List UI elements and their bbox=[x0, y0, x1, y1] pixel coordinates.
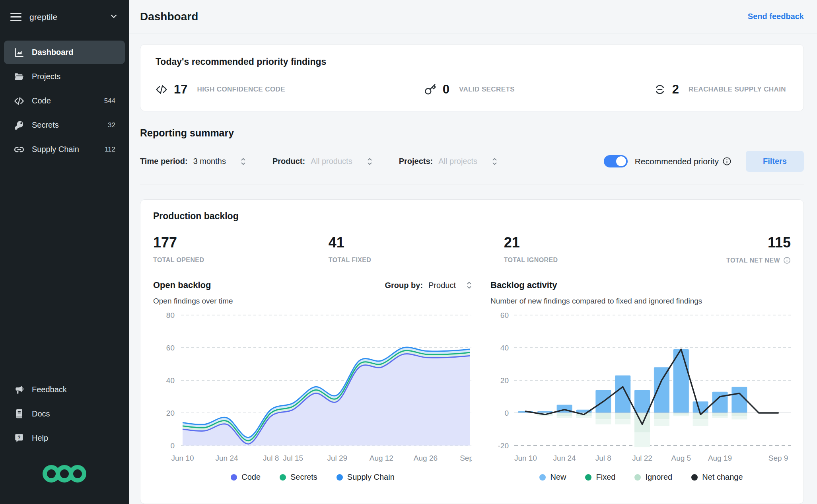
svg-text:Jul 22: Jul 22 bbox=[632, 454, 652, 462]
stat-label-text: TOTAL FIXED bbox=[329, 257, 372, 264]
stat-label: TOTAL FIXED bbox=[329, 257, 504, 264]
send-feedback-link[interactable]: Send feedback bbox=[748, 12, 804, 21]
svg-text:?: ? bbox=[18, 434, 20, 440]
stat-total-fixed: 41 TOTAL FIXED bbox=[329, 234, 504, 264]
toggle-label: Recommended priority bbox=[635, 157, 731, 166]
svg-text:Aug 5: Aug 5 bbox=[671, 454, 691, 462]
svg-text:0: 0 bbox=[170, 442, 175, 450]
stat-total-net-new: 115 TOTAL NET NEW bbox=[679, 234, 791, 264]
backlog-activity-subtitle: Number of new findings compared to fixed… bbox=[490, 297, 792, 306]
org-name: greptile bbox=[29, 12, 57, 22]
group-by-value: Product bbox=[428, 281, 456, 290]
stat-value: 17 bbox=[174, 82, 187, 97]
reporting-summary-section: Reporting summary Time period: 3 months … bbox=[140, 127, 804, 185]
stat-value: 0 bbox=[443, 82, 449, 97]
stat-valid-secrets[interactable]: 0 VALID SECRETS bbox=[424, 82, 515, 97]
svg-text:Jun 24: Jun 24 bbox=[216, 454, 238, 462]
sidebar-item-code[interactable]: Code 544 bbox=[4, 89, 125, 113]
svg-text:Jul 8: Jul 8 bbox=[263, 454, 279, 462]
filter-label: Time period: bbox=[140, 157, 188, 166]
svg-text:Jul 8: Jul 8 bbox=[595, 454, 611, 462]
priority-stats-row: 17 HIGH CONFIDENCE CODE 0 VALID SECRETS … bbox=[156, 82, 788, 97]
select-caret-icon bbox=[240, 157, 246, 166]
backlog-activity-chart-section: Backlog activity Number of new findings … bbox=[490, 280, 792, 482]
sidebar-item-secrets[interactable]: Secrets 32 bbox=[4, 113, 125, 137]
legend-label: Supply Chain bbox=[347, 473, 395, 482]
filters-button[interactable]: Filters bbox=[746, 151, 804, 172]
legend-item-net-change[interactable]: Net change bbox=[691, 473, 743, 482]
sidebar-item-count: 32 bbox=[108, 121, 115, 129]
projects-select[interactable]: Projects: All projects bbox=[399, 157, 498, 166]
priority-card-title: Today's recommended priority findings bbox=[156, 56, 788, 67]
production-backlog-card: Production backlog 177 TOTAL OPENED 41 T… bbox=[140, 199, 804, 504]
svg-text:Jun 10: Jun 10 bbox=[171, 454, 194, 462]
legend-item-secrets[interactable]: Secrets bbox=[280, 473, 317, 482]
sidebar-footer: Feedback Docs ? Help bbox=[0, 378, 129, 504]
sidebar-item-supply-chain[interactable]: Supply Chain 112 bbox=[4, 138, 125, 161]
stat-value: 177 bbox=[153, 234, 329, 251]
legend-dot bbox=[280, 474, 286, 481]
svg-text:Aug 12: Aug 12 bbox=[370, 454, 393, 462]
code-icon bbox=[156, 84, 167, 95]
sidebar-item-count: 112 bbox=[105, 146, 115, 154]
menu-icon[interactable] bbox=[10, 13, 21, 21]
legend-dot bbox=[337, 474, 343, 481]
product-select[interactable]: Product: All products bbox=[272, 157, 373, 166]
recommended-priority-toggle[interactable] bbox=[604, 155, 628, 167]
open-backlog-chart[interactable]: 020406080Jun 10Jun 24Jul 8Jul 15Jul 29Au… bbox=[153, 309, 472, 469]
select-caret-icon bbox=[367, 157, 373, 166]
dashboard-icon bbox=[14, 47, 24, 58]
main-area: Dashboard Send feedback Today's recommen… bbox=[129, 0, 817, 504]
sidebar: greptile Dashboard Projects Code 544 bbox=[0, 0, 129, 504]
legend-item-new[interactable]: New bbox=[539, 473, 566, 482]
filter-value: 3 months bbox=[193, 157, 226, 166]
stat-reachable-supply-chain[interactable]: 2 REACHABLE SUPPLY CHAIN bbox=[654, 82, 786, 97]
megaphone-icon bbox=[14, 384, 24, 395]
stat-value: 21 bbox=[504, 234, 679, 251]
legend-label: New bbox=[550, 473, 566, 482]
svg-text:40: 40 bbox=[500, 344, 509, 352]
stat-label: VALID SECRETS bbox=[459, 86, 515, 93]
svg-text:80: 80 bbox=[166, 311, 175, 319]
group-by-label: Group by: bbox=[385, 281, 423, 290]
sidebar-item-feedback[interactable]: Feedback bbox=[4, 378, 125, 401]
info-icon[interactable] bbox=[722, 157, 731, 166]
svg-text:Aug 19: Aug 19 bbox=[708, 454, 732, 462]
svg-text:40: 40 bbox=[166, 376, 175, 385]
legend-item-code[interactable]: Code bbox=[231, 473, 261, 482]
stat-total-opened: 177 TOTAL OPENED bbox=[153, 234, 329, 264]
stat-value: 115 bbox=[679, 234, 791, 251]
backlog-card-title: Production backlog bbox=[153, 211, 791, 222]
sidebar-item-label: Code bbox=[32, 96, 51, 105]
chevron-down-icon[interactable] bbox=[109, 12, 119, 23]
stat-label: TOTAL OPENED bbox=[153, 257, 329, 264]
stat-label-text: TOTAL IGNORED bbox=[504, 257, 558, 264]
sidebar-item-count: 544 bbox=[104, 97, 115, 105]
info-icon[interactable] bbox=[783, 257, 791, 264]
legend-dot bbox=[634, 474, 641, 481]
sidebar-item-label: Projects bbox=[32, 72, 60, 81]
open-backlog-title: Open backlog bbox=[153, 280, 211, 290]
sidebar-item-help[interactable]: ? Help bbox=[4, 426, 125, 450]
page-title: Dashboard bbox=[140, 10, 198, 23]
sidebar-item-projects[interactable]: Projects bbox=[4, 65, 125, 88]
time-period-select[interactable]: Time period: 3 months bbox=[140, 157, 246, 166]
filter-label: Product: bbox=[272, 157, 305, 166]
sidebar-header: greptile bbox=[0, 0, 129, 34]
supply-chain-icon bbox=[654, 84, 666, 95]
link-icon bbox=[14, 144, 24, 155]
backlog-activity-legend: New Fixed Ignored Net change bbox=[490, 473, 792, 482]
legend-item-supply-chain[interactable]: Supply Chain bbox=[337, 473, 395, 482]
sidebar-item-docs[interactable]: Docs bbox=[4, 402, 125, 426]
group-by-select[interactable]: Group by: Product bbox=[385, 280, 472, 290]
legend-item-ignored[interactable]: Ignored bbox=[634, 473, 672, 482]
backlog-activity-chart[interactable]: -200204060Jun 10Jun 24Jul 8Jul 22Aug 5Au… bbox=[490, 309, 792, 469]
stat-label: HIGH CONFIDENCE CODE bbox=[197, 86, 285, 93]
select-caret-icon bbox=[466, 280, 472, 290]
stat-high-confidence-code[interactable]: 17 HIGH CONFIDENCE CODE bbox=[156, 82, 285, 97]
sidebar-item-dashboard[interactable]: Dashboard bbox=[4, 41, 125, 64]
svg-text:Sep 9: Sep 9 bbox=[768, 454, 788, 462]
key-icon bbox=[14, 120, 24, 130]
greptile-logo bbox=[43, 461, 86, 488]
legend-item-fixed[interactable]: Fixed bbox=[585, 473, 615, 482]
